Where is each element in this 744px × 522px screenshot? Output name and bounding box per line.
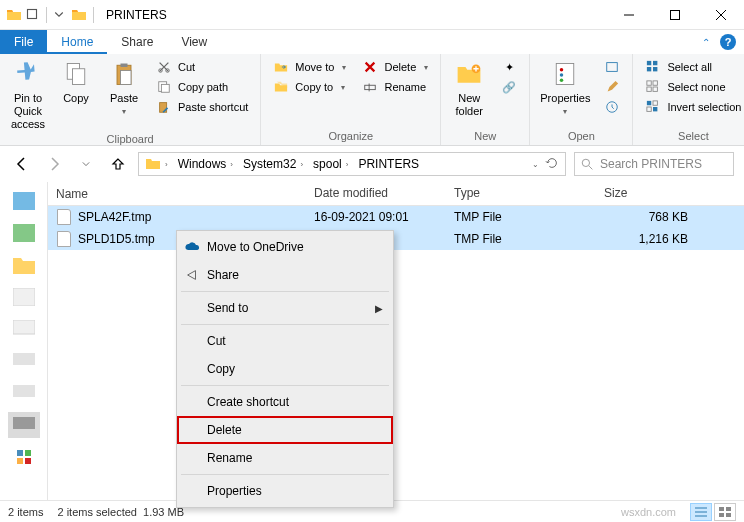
properties-button[interactable]: Properties ▾ (536, 56, 594, 116)
open-button[interactable] (598, 58, 626, 76)
delete-icon (362, 59, 378, 75)
svg-point-32 (582, 159, 589, 166)
sidebar-item[interactable] (8, 316, 40, 342)
breadcrumb-segment[interactable]: System32› (239, 157, 307, 171)
history-button[interactable] (598, 98, 626, 116)
context-create-shortcut[interactable]: Create shortcut (177, 388, 393, 416)
context-menu: Move to OneDrive Share Send to ▶ Cut Cop… (176, 230, 394, 508)
paste-button[interactable]: Paste ▾ (102, 56, 146, 116)
nav-up-button[interactable] (106, 152, 130, 176)
paste-shortcut-icon (156, 99, 172, 115)
context-share[interactable]: Share (177, 261, 393, 289)
tab-home[interactable]: Home (47, 30, 107, 54)
column-date[interactable]: Date modified (306, 182, 446, 205)
sidebar-item[interactable] (8, 284, 40, 310)
sidebar-item[interactable] (8, 348, 40, 374)
edit-button[interactable] (598, 78, 626, 96)
move-to-button[interactable]: Move to ▾ (267, 58, 352, 76)
pin-icon (12, 58, 44, 90)
file-name: SPLD1D5.tmp (78, 232, 155, 246)
ribbon-collapse-icon[interactable]: ⌃ (702, 37, 710, 48)
help-icon[interactable]: ? (720, 34, 736, 50)
sidebar-item[interactable] (8, 412, 40, 438)
context-move-onedrive[interactable]: Move to OneDrive (177, 233, 393, 261)
svg-rect-39 (13, 417, 35, 429)
context-delete[interactable]: Delete (177, 416, 393, 444)
copy-path-button[interactable]: Copy path (150, 78, 254, 96)
new-item-button[interactable]: ✦ (495, 58, 523, 76)
context-properties[interactable]: Properties (177, 477, 393, 505)
sidebar-item[interactable] (8, 220, 40, 246)
nav-forward-button[interactable] (42, 152, 66, 176)
rename-label: Rename (384, 81, 426, 93)
folder-icon (71, 7, 87, 23)
navigation-pane[interactable] (0, 182, 48, 500)
easy-access-button[interactable]: 🔗 (495, 78, 523, 96)
qat-dropdown-icon[interactable] (53, 8, 67, 22)
search-input[interactable]: Search PRINTERS (574, 152, 734, 176)
sidebar-item[interactable] (8, 444, 40, 470)
context-copy[interactable]: Copy (177, 355, 393, 383)
column-type[interactable]: Type (446, 182, 596, 205)
svg-rect-28 (647, 101, 651, 105)
breadcrumb-segment[interactable]: spool› (309, 157, 352, 171)
qat-item-icon[interactable] (26, 8, 40, 22)
file-row[interactable]: SPLA42F.tmp 16-09-2021 09:01 TMP File 76… (48, 206, 744, 228)
nav-back-button[interactable] (10, 152, 34, 176)
svg-rect-37 (13, 353, 35, 365)
nav-recent-dropdown[interactable] (74, 152, 98, 176)
context-rename[interactable]: Rename (177, 444, 393, 472)
tab-view[interactable]: View (167, 30, 221, 54)
svg-rect-5 (121, 71, 132, 85)
folder-icon (6, 7, 22, 23)
invert-selection-button[interactable]: Invert selection (639, 98, 744, 116)
rename-button[interactable]: Rename (356, 78, 434, 96)
copy-button[interactable]: Copy (54, 56, 98, 105)
context-cut[interactable]: Cut (177, 327, 393, 355)
file-icon (56, 231, 72, 247)
sidebar-item[interactable] (8, 380, 40, 406)
close-button[interactable] (698, 0, 744, 30)
breadcrumb-root-icon[interactable]: › (141, 156, 172, 172)
column-size[interactable]: Size (596, 182, 696, 205)
group-label-open: Open (536, 128, 626, 145)
copy-label: Copy (63, 92, 89, 105)
scissors-icon (156, 59, 172, 75)
column-name[interactable]: Name (48, 182, 306, 205)
pin-to-quick-access-button[interactable]: Pin to Quick access (6, 56, 50, 131)
file-row[interactable]: SPLD1D5.tmp 2:42 TMP File 1,216 KB (48, 228, 744, 250)
sidebar-item[interactable] (8, 252, 40, 278)
tab-share[interactable]: Share (107, 30, 167, 54)
title-bar: PRINTERS (0, 0, 744, 30)
delete-button[interactable]: Delete ▾ (356, 58, 434, 76)
breadcrumb-segment[interactable]: PRINTERS (354, 157, 423, 171)
view-details-button[interactable] (690, 503, 712, 521)
copy-to-button[interactable]: Copy to ▾ (267, 78, 352, 96)
maximize-button[interactable] (652, 0, 698, 30)
breadcrumb-segment[interactable]: Windows› (174, 157, 237, 171)
select-all-button[interactable]: Select all (639, 58, 744, 76)
menu-separator (181, 291, 389, 292)
sidebar-item[interactable] (8, 188, 40, 214)
new-folder-button[interactable]: New folder (447, 56, 491, 118)
group-label-select: Select (639, 128, 744, 145)
copy-to-icon (273, 79, 289, 95)
context-sendto[interactable]: Send to ▶ (177, 294, 393, 322)
link-icon: 🔗 (501, 79, 517, 95)
chevron-down-icon: ▾ (342, 63, 346, 72)
cut-button[interactable]: Cut (150, 58, 254, 76)
select-none-button[interactable]: Select none (639, 78, 744, 96)
minimize-button[interactable] (606, 0, 652, 30)
paste-shortcut-button[interactable]: Paste shortcut (150, 98, 254, 116)
address-dropdown-icon[interactable]: ⌄ (532, 160, 539, 169)
view-large-icons-button[interactable] (714, 503, 736, 521)
svg-rect-40 (17, 450, 23, 456)
svg-rect-44 (719, 507, 724, 511)
refresh-button[interactable] (545, 156, 559, 173)
address-bar[interactable]: › Windows› System32› spool› PRINTERS ⌄ (138, 152, 566, 176)
group-label-clipboard: Clipboard (6, 131, 254, 148)
tab-file[interactable]: File (0, 30, 47, 54)
cut-label: Cut (178, 61, 195, 73)
ribbon-group-select: Select all Select none Invert selection … (633, 54, 744, 145)
menu-separator (181, 474, 389, 475)
